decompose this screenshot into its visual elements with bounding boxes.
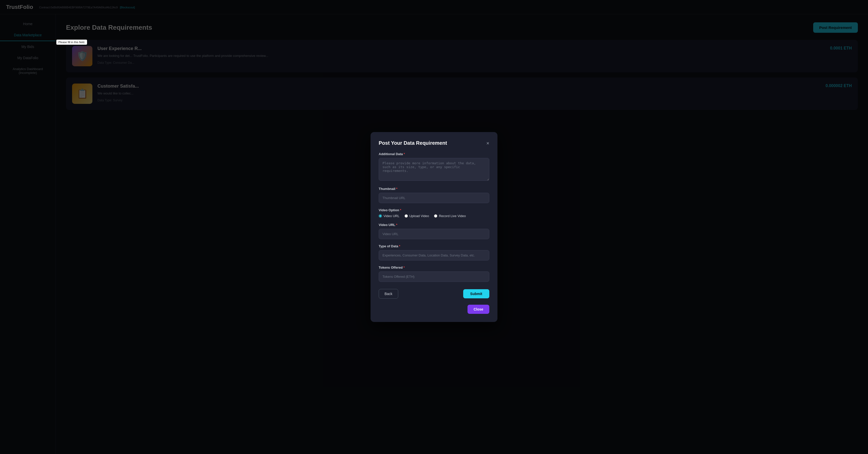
additional-data-textarea[interactable] <box>379 158 489 181</box>
modal-close-bottom: Close <box>379 305 489 314</box>
required-mark-2: * <box>396 187 398 191</box>
modal-footer: Back Submit <box>379 289 489 299</box>
radio-upload-video-label: Upload Video <box>409 214 429 218</box>
required-mark-3: * <box>400 208 401 212</box>
submit-button[interactable]: Submit <box>463 289 489 298</box>
modal: Post Your Data Requirement × Additional … <box>371 132 497 322</box>
modal-header: Post Your Data Requirement × <box>379 140 489 146</box>
modal-title: Post Your Data Requirement <box>379 140 447 146</box>
type-of-data-label: Type of Data* <box>379 244 489 248</box>
video-option-label: Video Option* <box>379 208 489 212</box>
required-mark: * <box>404 152 405 156</box>
video-url-label: Video URL* <box>379 223 489 227</box>
video-option-radio-group: Video URL Upload Video Record Live Video <box>379 214 489 218</box>
required-mark-5: * <box>399 244 400 248</box>
radio-upload-video[interactable]: Upload Video <box>405 214 429 218</box>
type-of-data-group: Type of Data* <box>379 244 489 261</box>
modal-overlay: Post Your Data Requirement × Additional … <box>0 0 868 454</box>
video-url-group: Video URL* <box>379 223 489 239</box>
radio-video-url-label: Video URL <box>383 214 400 218</box>
radio-upload-video-input[interactable] <box>405 214 408 218</box>
video-url-input[interactable] <box>379 229 489 239</box>
radio-record-live-label: Record Live Video <box>439 214 466 218</box>
required-mark-6: * <box>403 266 405 269</box>
type-of-data-input[interactable] <box>379 250 489 261</box>
tokens-offered-group: Tokens Offered* <box>379 266 489 282</box>
radio-video-url[interactable]: Video URL <box>379 214 400 218</box>
close-bottom-button[interactable]: Close <box>467 305 489 314</box>
modal-close-button[interactable]: × <box>486 141 489 146</box>
thumbnail-label: Thumbnail* <box>379 187 489 191</box>
thumbnail-group: Thumbnail* <box>379 187 489 203</box>
back-button[interactable]: Back <box>379 289 398 299</box>
radio-record-live[interactable]: Record Live Video <box>434 214 466 218</box>
radio-record-live-input[interactable] <box>434 214 437 218</box>
required-mark-4: * <box>396 223 398 227</box>
radio-video-url-input[interactable] <box>379 214 382 218</box>
thumbnail-input[interactable] <box>379 193 489 203</box>
tokens-offered-input[interactable] <box>379 271 489 282</box>
video-option-group: Video Option* Video URL Upload Video Rec… <box>379 208 489 218</box>
additional-data-label: Additional Data* <box>379 152 489 156</box>
tokens-offered-label: Tokens Offered* <box>379 266 489 269</box>
additional-data-group: Additional Data* <box>379 152 489 182</box>
